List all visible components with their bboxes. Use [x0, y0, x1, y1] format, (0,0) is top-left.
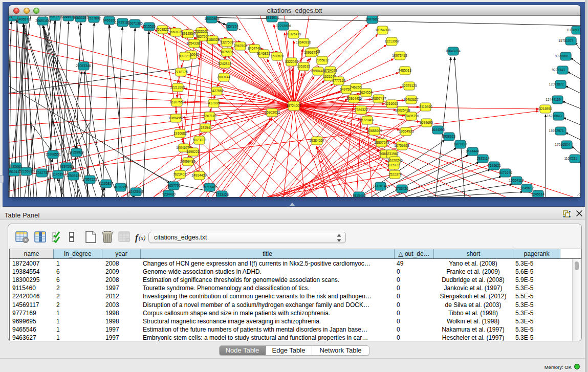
svg-text:10463627: 10463627: [403, 98, 419, 101]
svg-text:1733426: 1733426: [215, 193, 229, 196]
svg-text:17359924: 17359924: [69, 150, 84, 154]
svg-text:9115466: 9115466: [353, 194, 366, 197]
svg-text:9245614: 9245614: [531, 192, 545, 196]
svg-text:1588520: 1588520: [271, 54, 284, 58]
svg-text:7663822: 7663822: [156, 28, 169, 31]
svg-text:7386322: 7386322: [355, 108, 368, 112]
svg-text:16671385: 16671385: [127, 21, 143, 25]
svg-text:12375125: 12375125: [402, 84, 417, 87]
svg-text:9115132: 9115132: [387, 163, 400, 167]
svg-text:1362615: 1362615: [297, 64, 310, 68]
svg-text:8454749: 8454749: [248, 47, 261, 50]
svg-text:8813014: 8813014: [266, 16, 279, 19]
svg-text:16543382: 16543382: [186, 41, 202, 45]
svg-text:9327508: 9327508: [220, 40, 233, 44]
svg-text:8990448: 8990448: [311, 69, 324, 73]
svg-text:1527602: 1527602: [88, 16, 101, 20]
svg-text:20691406: 20691406: [35, 19, 51, 23]
svg-text:18495796: 18495796: [404, 114, 419, 118]
svg-text:12093872: 12093872: [549, 82, 564, 86]
svg-text:10973493: 10973493: [392, 54, 407, 57]
svg-text:7357224: 7357224: [225, 25, 238, 28]
svg-text:7485013: 7485013: [398, 69, 411, 72]
svg-text:12444159: 12444159: [546, 98, 561, 101]
svg-text:11325419: 11325419: [287, 32, 301, 36]
svg-text:8938923: 8938923: [442, 135, 455, 138]
svg-text:16648784: 16648784: [445, 49, 461, 53]
svg-text:12423448: 12423448: [128, 190, 144, 193]
svg-text:10688609: 10688609: [367, 129, 382, 133]
svg-text:391514: 391514: [9, 170, 19, 173]
svg-text:9245612: 9245612: [520, 186, 534, 190]
svg-text:10033809: 10033809: [204, 17, 220, 20]
svg-text:17957223: 17957223: [82, 178, 97, 181]
svg-text:5873832: 5873832: [193, 138, 206, 142]
svg-text:1405571: 1405571: [17, 17, 30, 21]
svg-text:9637373: 9637373: [48, 16, 61, 18]
svg-text:7515526: 7515526: [142, 25, 156, 28]
svg-text:114519: 114519: [52, 172, 63, 176]
svg-text:417006: 417006: [208, 101, 220, 105]
svg-text:1216065: 1216065: [385, 102, 398, 105]
svg-text:16154808: 16154808: [375, 28, 390, 32]
svg-text:20364436: 20364436: [346, 97, 362, 100]
svg-text:9146821: 9146821: [257, 52, 270, 55]
svg-text:15720407: 15720407: [359, 118, 375, 122]
svg-text:9329966: 9329966: [555, 54, 568, 58]
svg-text:10807487: 10807487: [371, 97, 386, 100]
svg-text:10654112: 10654112: [509, 179, 524, 182]
svg-text:53594: 53594: [201, 126, 210, 129]
svg-text:7632621: 7632621: [488, 164, 501, 167]
svg-text:19654952: 19654952: [168, 116, 184, 120]
svg-text:1644095: 1644095: [431, 128, 445, 132]
svg-text:9227343: 9227343: [552, 68, 565, 72]
svg-text:20053346: 20053346: [76, 64, 91, 68]
svg-text:2522374: 2522374: [388, 172, 402, 176]
svg-text:9777169: 9777169: [332, 79, 345, 82]
svg-text:16782759: 16782759: [113, 185, 128, 189]
svg-text:24099489: 24099489: [180, 160, 195, 163]
svg-text:9397588: 9397588: [60, 165, 73, 168]
svg-text:18807249: 18807249: [374, 141, 389, 144]
svg-text:3498222: 3498222: [186, 150, 200, 154]
svg-text:3875685: 3875685: [220, 50, 233, 54]
svg-text:12213389: 12213389: [170, 85, 185, 89]
svg-text:15902033: 15902033: [265, 111, 280, 114]
svg-text:10756928: 10756928: [394, 144, 409, 147]
svg-text:10653287: 10653287: [73, 16, 89, 19]
svg-text:9657791: 9657791: [167, 184, 181, 187]
svg-text:2718176: 2718176: [175, 70, 188, 74]
svg-text:5267110: 5267110: [203, 114, 216, 118]
svg-text:9231967: 9231967: [385, 152, 399, 156]
svg-text:9115460: 9115460: [419, 105, 432, 108]
svg-text:2935114: 2935114: [476, 157, 490, 160]
svg-text:14136141: 14136141: [373, 184, 388, 188]
svg-text:15751074: 15751074: [558, 39, 574, 42]
svg-text:6879197: 6879197: [454, 142, 467, 146]
svg-text:9660125: 9660125: [169, 30, 182, 34]
svg-text:8912954: 8912954: [182, 32, 195, 35]
svg-text:19654923: 19654923: [399, 129, 414, 133]
svg-text:3624554: 3624554: [359, 91, 373, 94]
svg-text:9474444: 9474444: [466, 149, 479, 153]
svg-text:16107552: 16107552: [169, 100, 185, 104]
svg-text:12213967: 12213967: [384, 39, 400, 43]
svg-text:20206551: 20206551: [46, 152, 61, 156]
svg-text:3427552: 3427552: [210, 89, 224, 93]
svg-text:19384554: 19384554: [309, 139, 324, 142]
svg-text:1733426: 1733426: [395, 187, 408, 190]
svg-text:9893212: 9893212: [179, 54, 192, 58]
svg-text:3215955: 3215955: [539, 107, 552, 111]
svg-text:2967608: 2967608: [234, 44, 247, 48]
svg-text:11195817: 11195817: [99, 182, 114, 185]
svg-text:8471676: 8471676: [499, 171, 512, 174]
svg-text:9242848: 9242848: [218, 62, 231, 65]
svg-text:15692971: 15692971: [549, 129, 564, 133]
svg-text:8322037: 8322037: [285, 60, 298, 63]
svg-text:9699695: 9699695: [420, 121, 433, 124]
svg-text:2087682: 2087682: [365, 17, 379, 21]
svg-text:6466160: 6466160: [103, 18, 116, 22]
svg-text:14914439: 14914439: [191, 173, 207, 177]
svg-text:9234480: 9234480: [162, 192, 176, 196]
svg-text:8186328: 8186328: [206, 38, 220, 41]
